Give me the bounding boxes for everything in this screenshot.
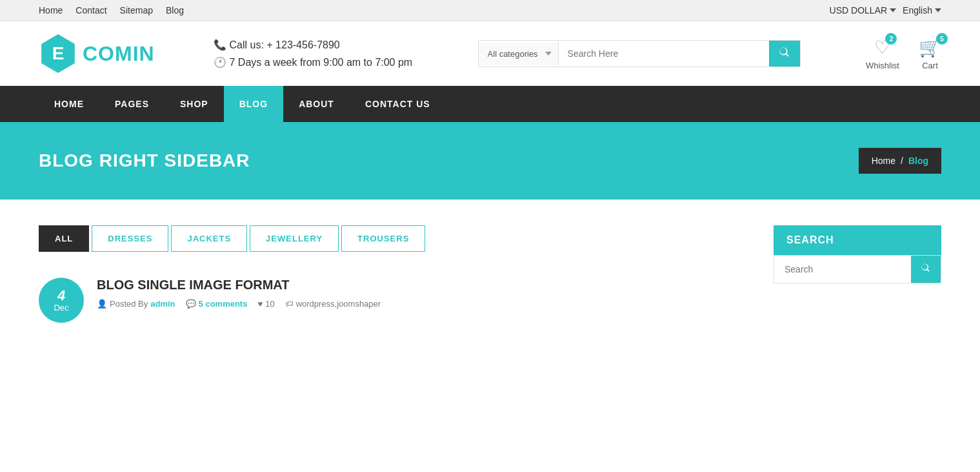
phone-label: Call us: + 123-456-7890 bbox=[230, 39, 340, 50]
tags-meta: 🏷 wordpress,joomshaper bbox=[285, 299, 381, 309]
blog-post: 4 Dec BLOG SINGLE IMAGE FORMAT 👤 Posted … bbox=[39, 278, 754, 323]
cart-badge: 5 bbox=[936, 33, 948, 45]
user-icon: 👤 bbox=[97, 299, 107, 309]
logo-text: COMIN bbox=[83, 42, 155, 66]
language-dropdown[interactable]: English bbox=[903, 5, 941, 15]
phone-item: 📞 Call us: + 123-456-7890 bbox=[214, 39, 412, 51]
nav-about[interactable]: ABOUT bbox=[283, 86, 350, 122]
cart-action[interactable]: 🛒 5 Cart bbox=[919, 37, 941, 70]
search-widget-header: SEARCH bbox=[774, 225, 941, 255]
nav-contact-us[interactable]: CONTACT US bbox=[350, 86, 446, 122]
header-search-button[interactable] bbox=[769, 41, 800, 67]
sidebar-search-input[interactable] bbox=[774, 256, 911, 283]
filter-jackets[interactable]: JACKETS bbox=[171, 225, 247, 252]
hero-title: BLOG RIGHT SIDEBAR bbox=[39, 150, 250, 171]
tags-value: wordpress,joomshaper bbox=[296, 299, 381, 309]
wishlist-label: Whishlist bbox=[866, 61, 899, 70]
author-link[interactable]: admin bbox=[150, 299, 175, 309]
tag-icon: 🏷 bbox=[285, 299, 294, 309]
clock-icon: 🕐 bbox=[214, 57, 226, 68]
posted-by: 👤 Posted By admin bbox=[97, 299, 175, 309]
logo-letter: E bbox=[52, 43, 65, 64]
nav-shop[interactable]: SHOP bbox=[165, 86, 224, 122]
filter-all[interactable]: ALL bbox=[39, 225, 89, 252]
hero-banner: BLOG RIGHT SIDEBAR Home / Blog bbox=[0, 122, 980, 200]
header: E COMIN 📞 Call us: + 123-456-7890 🕐 7 Da… bbox=[0, 21, 980, 86]
breadcrumb-current: Blog bbox=[908, 156, 928, 166]
top-bar-nav: Home Contact Sitemap Blog bbox=[39, 5, 184, 15]
filter-trousers[interactable]: TROUSERS bbox=[341, 225, 425, 252]
like-icon: ♥ bbox=[257, 299, 263, 309]
topnav-home[interactable]: Home bbox=[39, 5, 63, 15]
sidebar-search-box bbox=[774, 255, 941, 283]
sidebar: SEARCH bbox=[774, 225, 941, 323]
likes-count: 10 bbox=[265, 299, 274, 309]
logo-name: COMIN bbox=[83, 42, 155, 65]
post-body: BLOG SINGLE IMAGE FORMAT 👤 Posted By adm… bbox=[97, 278, 381, 309]
filter-tabs: ALL DRESSES JACKETS JEWELLERY TROUSERS bbox=[39, 225, 754, 252]
comment-icon: 💬 bbox=[186, 299, 196, 309]
filter-jewellery[interactable]: JEWELLERY bbox=[250, 225, 339, 252]
topnav-blog[interactable]: Blog bbox=[166, 5, 184, 15]
post-date-day: 4 bbox=[57, 289, 65, 303]
post-meta: 👤 Posted By admin 💬 5 comments ♥ 10 🏷 wo… bbox=[97, 299, 381, 309]
heart-icon: ♡ 2 bbox=[874, 37, 890, 58]
top-bar-right: USD DOLLAR English bbox=[830, 5, 941, 15]
content-area: ALL DRESSES JACKETS JEWELLERY TROUSERS 4… bbox=[0, 200, 980, 349]
topnav-contact[interactable]: Contact bbox=[75, 5, 106, 15]
comments-meta: 💬 5 comments bbox=[186, 299, 248, 309]
post-title: BLOG SINGLE IMAGE FORMAT bbox=[97, 278, 381, 292]
filter-dresses[interactable]: DRESSES bbox=[92, 225, 168, 252]
nav-home[interactable]: HOME bbox=[39, 86, 99, 122]
header-search-input[interactable] bbox=[559, 42, 769, 65]
post-date-circle: 4 Dec bbox=[39, 278, 84, 323]
phone-icon: 📞 bbox=[214, 39, 226, 50]
top-bar: Home Contact Sitemap Blog USD DOLLAR Eng… bbox=[0, 0, 980, 21]
cart-label: Cart bbox=[922, 61, 938, 70]
main-nav: HOME PAGES SHOP BLOG ABOUT CONTACT US bbox=[0, 86, 980, 122]
wishlist-action[interactable]: ♡ 2 Whishlist bbox=[866, 37, 899, 70]
breadcrumb-separator: / bbox=[901, 156, 903, 166]
language-label: English bbox=[903, 5, 932, 15]
main-content: ALL DRESSES JACKETS JEWELLERY TROUSERS 4… bbox=[39, 225, 754, 323]
hours-label: 7 Days a week from 9:00 am to 7:00 pm bbox=[230, 57, 413, 68]
nav-pages[interactable]: PAGES bbox=[99, 86, 165, 122]
wishlist-badge: 2 bbox=[885, 33, 897, 45]
logo-area[interactable]: E COMIN bbox=[39, 34, 155, 73]
nav-blog[interactable]: BLOG bbox=[224, 86, 283, 122]
currency-dropdown[interactable]: USD DOLLAR bbox=[830, 5, 896, 15]
breadcrumb-home-link[interactable]: Home bbox=[872, 156, 895, 166]
cart-icon: 🛒 5 bbox=[919, 37, 941, 58]
likes-meta: ♥ 10 bbox=[257, 299, 274, 309]
currency-label: USD DOLLAR bbox=[830, 5, 887, 15]
header-contact-info: 📞 Call us: + 123-456-7890 🕐 7 Days a wee… bbox=[214, 39, 412, 68]
post-date-month: Dec bbox=[54, 303, 68, 313]
search-widget: SEARCH bbox=[774, 225, 941, 283]
search-category-select[interactable]: All categories Dresses Jackets Jewellery… bbox=[479, 43, 559, 65]
header-actions: ♡ 2 Whishlist 🛒 5 Cart bbox=[866, 37, 941, 70]
topnav-sitemap[interactable]: Sitemap bbox=[120, 5, 153, 15]
comments-link[interactable]: 5 comments bbox=[199, 299, 248, 309]
logo-hex: E bbox=[39, 34, 77, 73]
breadcrumb: Home / Blog bbox=[859, 148, 941, 174]
search-bar: All categories Dresses Jackets Jewellery… bbox=[478, 40, 801, 67]
sidebar-search-button[interactable] bbox=[911, 256, 941, 283]
hours-item: 🕐 7 Days a week from 9:00 am to 7:00 pm bbox=[214, 56, 412, 68]
